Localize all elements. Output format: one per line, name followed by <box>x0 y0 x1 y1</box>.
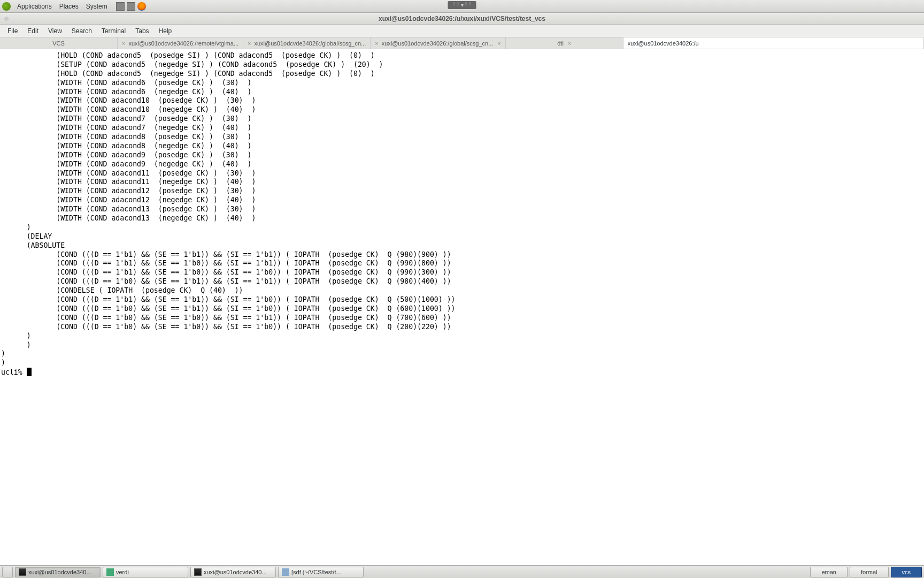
tab-close-icon[interactable]: × <box>122 40 125 47</box>
terminal-line: (WIDTH (COND adacond8 (negedge CK) ) (40… <box>1 142 923 151</box>
center-applet[interactable]: ⠿⠿ ▾ ⠿⠿ <box>448 1 476 9</box>
tab-label: xuxi@us01odcvde34026:/global/scsg_cn... <box>255 40 366 47</box>
menu-file[interactable]: File <box>3 26 22 36</box>
workspace-button[interactable]: formal <box>850 567 889 577</box>
terminal-line: (SETUP (COND adacond5 (negedge SI) ) (CO… <box>1 60 923 70</box>
terminal-line: (WIDTH (COND adacond10 (posedge CK) ) (3… <box>1 96 923 105</box>
terminal-line: (COND (((D == 1'b1) && (SE == 1'b0)) && … <box>1 259 923 268</box>
tab-label: xuxi@us01odcvde34026:/global/scsg_cn... <box>382 40 494 47</box>
terminal-line: (WIDTH (COND adacond9 (posedge CK) ) (30… <box>1 151 923 160</box>
quick-launch <box>116 2 146 11</box>
terminal-line: (COND (((D == 1'b0) && (SE == 1'b0)) && … <box>1 314 923 323</box>
menu-terminal[interactable]: Terminal <box>97 26 130 36</box>
applications-menu[interactable]: Applications <box>14 2 55 11</box>
terminal-line: (COND (((D == 1'b0) && (SE == 1'b0)) && … <box>1 323 923 332</box>
terminal-line: (COND (((D == 1'b1) && (SE == 1'b0)) && … <box>1 268 923 277</box>
terminal-line: (COND (((D == 1'b1) && (SE == 1'b1)) && … <box>1 250 923 260</box>
terminal-line: (WIDTH (COND adacond13 (posedge CK) ) (3… <box>1 205 923 214</box>
terminal-line: (DELAY <box>1 232 923 241</box>
window-title: xuxi@us01odcvde34026:/u/xuxi/xuxi/VCS/te… <box>379 15 545 22</box>
taskbar-button[interactable]: [sdf (~/VCS/test/t... <box>278 567 364 577</box>
terminal-line: ) <box>1 332 923 341</box>
tab-label: dti <box>557 40 564 47</box>
tab-close-icon[interactable]: × <box>248 40 251 47</box>
tab-close-icon[interactable]: × <box>497 40 500 47</box>
dots-left-icon: ⠿⠿ <box>452 2 460 8</box>
terminal-line: (WIDTH (COND adacond6 (posedge CK) ) (30… <box>1 79 923 88</box>
gnome-bottom-panel: xuxi@us01odcvde340...verdixuxi@us01odcvd… <box>0 565 924 578</box>
dots-right-icon: ⠿⠿ <box>465 2 472 8</box>
tray-icon-1[interactable] <box>116 2 125 11</box>
terminal-line: (ABSOLUTE <box>1 241 923 250</box>
menu-view[interactable]: View <box>44 26 66 36</box>
tab-label: VCS <box>52 40 65 47</box>
terminal-line: (CONDELSE ( IOPATH (posedge CK) Q (40) )… <box>1 286 923 295</box>
tab-vcs[interactable]: VCS <box>0 37 118 49</box>
taskbar-label: xuxi@us01odcvde340... <box>28 569 91 575</box>
terminal-line: (COND (((D == 1'b0) && (SE == 1'b1)) && … <box>1 277 923 286</box>
term-icon <box>194 568 202 576</box>
taskbar-button[interactable]: xuxi@us01odcvde340... <box>15 567 101 577</box>
tab-scsg-1[interactable]: × xuxi@us01odcvde34026:/global/scsg_cn..… <box>243 37 371 49</box>
firefox-icon[interactable] <box>137 2 146 11</box>
terminal-menubar: File Edit View Search Terminal Tabs Help <box>0 25 924 37</box>
terminal-line: (WIDTH (COND adacond11 (posedge CK) ) (3… <box>1 169 923 178</box>
window-menu-icon[interactable] <box>4 17 9 21</box>
terminal-line: (WIDTH (COND adacond7 (posedge CK) ) (30… <box>1 115 923 124</box>
workspace-button[interactable]: eman <box>810 567 848 577</box>
tab-close-icon[interactable]: × <box>375 40 378 47</box>
tray-icon-2[interactable] <box>127 2 135 11</box>
taskbar-label: [sdf (~/VCS/test/t... <box>291 569 341 575</box>
tab-scsg-2[interactable]: × xuxi@us01odcvde34026:/global/scsg_cn..… <box>371 37 506 49</box>
system-menu[interactable]: System <box>83 2 111 11</box>
terminal-output[interactable]: (HOLD (COND adacond5 (posedge SI) ) (CON… <box>0 49 924 565</box>
workspace-button[interactable]: vcs <box>891 567 922 577</box>
terminal-line: (WIDTH (COND adacond7 (negedge CK) ) (40… <box>1 124 923 133</box>
arrow-down-icon: ▾ <box>461 2 464 8</box>
menu-help[interactable]: Help <box>155 26 176 36</box>
terminal-line: ) <box>1 359 923 368</box>
gedit-icon <box>282 568 289 576</box>
terminal-line: (WIDTH (COND adacond11 (negedge CK) ) (4… <box>1 178 923 187</box>
terminal-line: (WIDTH (COND adacond12 (posedge CK) ) (3… <box>1 187 923 196</box>
terminal-line: (WIDTH (COND adacond8 (posedge CK) ) (30… <box>1 133 923 142</box>
tab-close-icon[interactable]: × <box>568 40 571 47</box>
places-menu[interactable]: Places <box>56 2 82 11</box>
tab-remote-vtgima[interactable]: × xuxi@us01odcvde34026:/remote/vtgima... <box>118 37 243 49</box>
menu-edit[interactable]: Edit <box>23 26 43 36</box>
tab-label: xuxi@us01odcvde34026:/u <box>628 40 699 47</box>
window-titlebar[interactable]: xuxi@us01odcvde34026:/u/xuxi/xuxi/VCS/te… <box>0 13 924 25</box>
terminal-cursor <box>27 368 32 376</box>
tab-current[interactable]: xuxi@us01odcvde34026:/u <box>623 37 924 49</box>
terminal-line: (WIDTH (COND adacond12 (negedge CK) ) (4… <box>1 196 923 205</box>
gnome-foot-icon[interactable] <box>2 2 11 11</box>
verdi-icon <box>106 568 114 576</box>
taskbar-label: xuxi@us01odcvde340... <box>204 569 267 575</box>
terminal-tabbar: VCS × xuxi@us01odcvde34026:/remote/vtgim… <box>0 37 924 49</box>
terminal-line: (COND (((D == 1'b0) && (SE == 1'b1)) && … <box>1 305 923 314</box>
terminal-line: (WIDTH (COND adacond9 (negedge CK) ) (40… <box>1 160 923 169</box>
show-desktop-button[interactable] <box>2 567 13 577</box>
terminal-prompt-line: ucli% <box>1 368 923 377</box>
tab-dti[interactable]: dti × <box>506 37 623 49</box>
terminal-line: (WIDTH (COND adacond13 (negedge CK) ) (4… <box>1 214 923 223</box>
menu-search[interactable]: Search <box>67 26 96 36</box>
terminal-line: (HOLD (COND adacond5 (posedge SI) ) (CON… <box>1 51 923 60</box>
terminal-line: ) <box>1 349 923 359</box>
terminal-line: (HOLD (COND adacond5 (negedge SI) ) (CON… <box>1 70 923 79</box>
taskbar-label: verdi <box>116 569 129 575</box>
menu-tabs[interactable]: Tabs <box>131 26 153 36</box>
terminal-line: ) <box>1 223 923 232</box>
gnome-top-panel: Applications Places System ⠿⠿ ▾ ⠿⠿ <box>0 0 924 13</box>
terminal-line: (WIDTH (COND adacond6 (negedge CK) ) (40… <box>1 88 923 97</box>
terminal-line: (WIDTH (COND adacond10 (negedge CK) ) (4… <box>1 105 923 115</box>
tab-label: xuxi@us01odcvde34026:/remote/vtgima... <box>128 40 238 47</box>
terminal-line: ) <box>1 341 923 350</box>
terminal-line: (COND (((D == 1'b1) && (SE == 1'b1)) && … <box>1 295 923 305</box>
taskbar-button[interactable]: xuxi@us01odcvde340... <box>190 567 276 577</box>
taskbar-button[interactable]: verdi <box>103 567 188 577</box>
term-icon <box>19 568 26 576</box>
